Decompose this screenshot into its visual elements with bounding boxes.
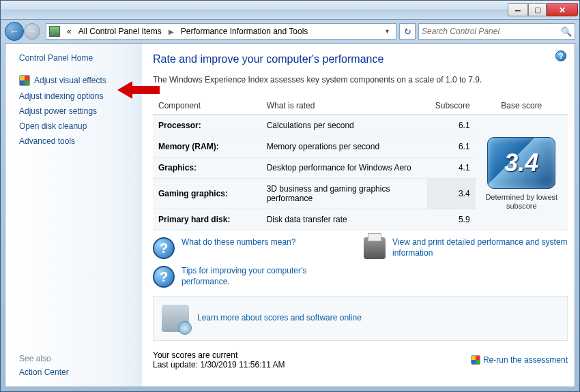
- wei-table: Component What is rated Subscore Base sc…: [153, 97, 568, 230]
- arrow-right-icon: →: [28, 27, 36, 36]
- sidebar-link-label: Open disk cleanup: [19, 121, 87, 131]
- sidebar-link-adjust-power-settings[interactable]: Adjust power settings: [19, 104, 134, 119]
- cell-component: Primary hard disk:: [153, 209, 261, 230]
- question-icon: ?: [153, 237, 175, 259]
- forward-button[interactable]: →: [24, 23, 40, 40]
- page-title: Rate and improve your computer's perform…: [153, 53, 568, 65]
- numbers-mean-link[interactable]: What do these numbers mean?: [182, 237, 295, 248]
- cell-rated: Calculations per second: [261, 115, 427, 136]
- breadcrumb: « All Control Panel Items ▶ Performance …: [64, 25, 310, 37]
- cell-subscore: 6.1: [427, 115, 476, 136]
- col-component: Component: [153, 97, 261, 115]
- navbar: ← → « All Control Panel Items ▶ Performa…: [1, 20, 579, 43]
- back-button[interactable]: ←: [5, 22, 24, 41]
- search-box[interactable]: 🔍: [418, 23, 575, 40]
- see-also-section: See also Action Center: [19, 354, 69, 377]
- annotation-arrow: [117, 81, 160, 99]
- shield-icon: [471, 355, 480, 365]
- footer-row: Your scores are current Last update: 1/3…: [153, 350, 568, 370]
- breadcrumb-prefix[interactable]: «: [64, 25, 74, 37]
- main-panel: ? Rate and improve your computer's perfo…: [142, 44, 575, 387]
- content-area: Control Panel Home Adjust visual effects…: [5, 43, 575, 387]
- cell-rated: Disk data transfer rate: [261, 209, 427, 230]
- address-bar[interactable]: « All Control Panel Items ▶ Performance …: [46, 23, 396, 40]
- base-score-cell: 3.4Determined by lowest subscore: [476, 115, 568, 230]
- action-center-link[interactable]: Action Center: [19, 367, 69, 377]
- cell-component: Processor:: [153, 115, 261, 136]
- see-also-label: See also: [19, 354, 69, 363]
- question-icon: ?: [153, 266, 175, 288]
- cell-rated: Desktop performance for Windows Aero: [261, 157, 427, 179]
- base-score-label: Determined by lowest subscore: [478, 193, 565, 211]
- col-rated: What is rated: [261, 97, 427, 115]
- location-icon: [49, 26, 60, 37]
- view-print-item: View and print detailed performance and …: [364, 237, 568, 259]
- cell-rated: 3D business and gaming graphics performa…: [261, 179, 427, 209]
- sidebar-link-label: Adjust indexing options: [19, 91, 103, 101]
- tips-item: ? Tips for improving your computer's per…: [153, 266, 357, 288]
- cell-rated: Memory operations per second: [261, 136, 427, 157]
- cell-subscore: 3.4: [427, 179, 476, 209]
- table-row: Processor:Calculations per second6.13.4D…: [153, 115, 568, 136]
- cell-component: Gaming graphics:: [153, 179, 261, 209]
- software-icon: [162, 305, 189, 332]
- breadcrumb-all-items[interactable]: All Control Panel Items: [76, 25, 164, 37]
- search-input[interactable]: [422, 27, 561, 36]
- numbers-mean-item: ? What do these numbers mean?: [153, 237, 357, 259]
- learn-more-link[interactable]: Learn more about scores and software onl…: [197, 313, 362, 324]
- scores-current-text: Your scores are current: [153, 350, 471, 360]
- sidebar-link-label: Adjust power settings: [19, 106, 97, 116]
- view-print-link[interactable]: View and print detailed performance and …: [392, 237, 568, 258]
- refresh-icon: ↻: [404, 27, 411, 37]
- chevron-right-icon[interactable]: ▶: [166, 28, 177, 35]
- last-update-text: Last update: 1/30/2019 11:56:11 AM: [153, 360, 471, 370]
- refresh-button[interactable]: ↻: [399, 23, 416, 40]
- sidebar-link-open-disk-cleanup[interactable]: Open disk cleanup: [19, 119, 134, 134]
- cell-component: Memory (RAM):: [153, 136, 261, 157]
- search-icon[interactable]: 🔍: [561, 27, 572, 37]
- learn-more-box: Learn more about scores and software onl…: [153, 296, 568, 341]
- titlebar: [1, 1, 579, 20]
- table-header-row: Component What is rated Subscore Base sc…: [153, 97, 568, 115]
- rerun-label: Re-run the assessment: [483, 355, 568, 365]
- sidebar-link-advanced-tools[interactable]: Advanced tools: [19, 134, 134, 149]
- printer-icon: [364, 237, 386, 259]
- col-base: Base score: [476, 97, 568, 115]
- tips-link[interactable]: Tips for improving your computer's perfo…: [182, 266, 357, 287]
- rerun-assessment-link[interactable]: Re-run the assessment: [471, 355, 568, 365]
- sidebar-link-label: Advanced tools: [19, 136, 75, 146]
- sidebar-link-label: Adjust visual effects: [34, 76, 106, 85]
- page-subtitle: The Windows Experience Index assesses ke…: [153, 75, 568, 85]
- col-subscore: Subscore: [427, 97, 476, 115]
- help-icon[interactable]: ?: [555, 50, 566, 61]
- control-panel-home-link[interactable]: Control Panel Home: [19, 53, 134, 63]
- base-score-badge: 3.4: [487, 137, 555, 189]
- address-dropdown[interactable]: ▼: [381, 28, 393, 35]
- sidebar: Control Panel Home Adjust visual effects…: [5, 44, 142, 387]
- maximize-button[interactable]: [528, 3, 547, 16]
- cell-subscore: 5.9: [427, 209, 476, 230]
- arrow-left-icon: ←: [10, 26, 19, 37]
- sidebar-link-adjust-indexing-options[interactable]: Adjust indexing options: [19, 89, 134, 104]
- minimize-button[interactable]: [508, 3, 528, 16]
- close-button[interactable]: [547, 3, 578, 16]
- control-panel-window: ← → « All Control Panel Items ▶ Performa…: [0, 0, 580, 392]
- cell-subscore: 6.1: [427, 136, 476, 157]
- cell-subscore: 4.1: [427, 157, 476, 179]
- cell-component: Graphics:: [153, 157, 261, 179]
- help-links-row: ? What do these numbers mean? ? Tips for…: [153, 237, 568, 288]
- sidebar-link-adjust-visual-effects[interactable]: Adjust visual effects: [19, 72, 134, 89]
- breadcrumb-perf-tools[interactable]: Performance Information and Tools: [178, 25, 311, 37]
